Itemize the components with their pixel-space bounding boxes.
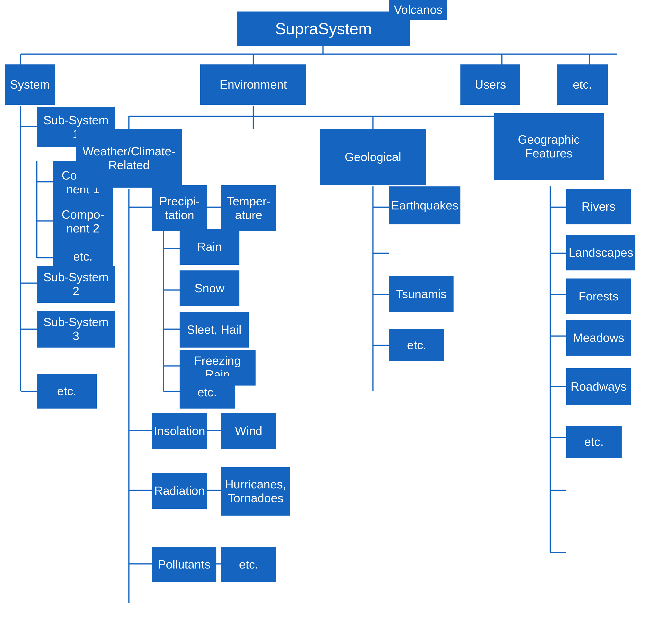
landscapes-node: Landscapes bbox=[566, 235, 635, 271]
tsunamis-node: Tsunamis bbox=[389, 276, 453, 312]
etc-features-node: etc. bbox=[566, 426, 622, 458]
radiation-node: Radiation bbox=[152, 473, 207, 509]
insolation-node: Insolation bbox=[152, 413, 207, 449]
precipitation-node: Precipi- tation bbox=[152, 185, 207, 231]
etc-sub-node: etc. bbox=[37, 374, 97, 409]
geo-features-node: Geographic Features bbox=[494, 113, 604, 180]
users-node: Users bbox=[460, 65, 520, 105]
system-node: System bbox=[5, 65, 55, 105]
sleet-node: Sleet, Hail bbox=[180, 312, 249, 347]
geological-node: Geological bbox=[320, 129, 426, 185]
temperature-node: Temper- ature bbox=[221, 185, 276, 231]
etc-precip-node: etc. bbox=[180, 376, 235, 409]
weather-node: Weather/Climate- Related bbox=[76, 129, 182, 188]
pollutants-node: Pollutants bbox=[152, 547, 216, 582]
wind-node: Wind bbox=[221, 413, 276, 449]
etc-geo-node: etc. bbox=[389, 329, 444, 361]
suprasystem-node: SupraSystem bbox=[237, 11, 410, 46]
rivers-node: Rivers bbox=[566, 189, 631, 224]
rain-node: Rain bbox=[180, 229, 239, 265]
forests-node: Forests bbox=[566, 279, 631, 314]
roadways-node: Roadways bbox=[566, 368, 631, 405]
earthquakes-node: Earthquakes bbox=[389, 187, 460, 224]
volcanos-node: Volcanos bbox=[389, 0, 447, 20]
component2-node: Compo- nent 2 bbox=[53, 200, 113, 243]
etc-top-node: etc. bbox=[557, 65, 608, 105]
environment-node: Environment bbox=[200, 65, 306, 105]
subsystem3-node: Sub-System 3 bbox=[37, 311, 115, 347]
hurricanes-node: Hurricanes, Tornadoes bbox=[221, 467, 290, 516]
etc-weather2-node: etc. bbox=[221, 547, 276, 582]
snow-node: Snow bbox=[180, 271, 239, 306]
subsystem2-node: Sub-System 2 bbox=[37, 266, 115, 303]
meadows-node: Meadows bbox=[566, 320, 631, 355]
